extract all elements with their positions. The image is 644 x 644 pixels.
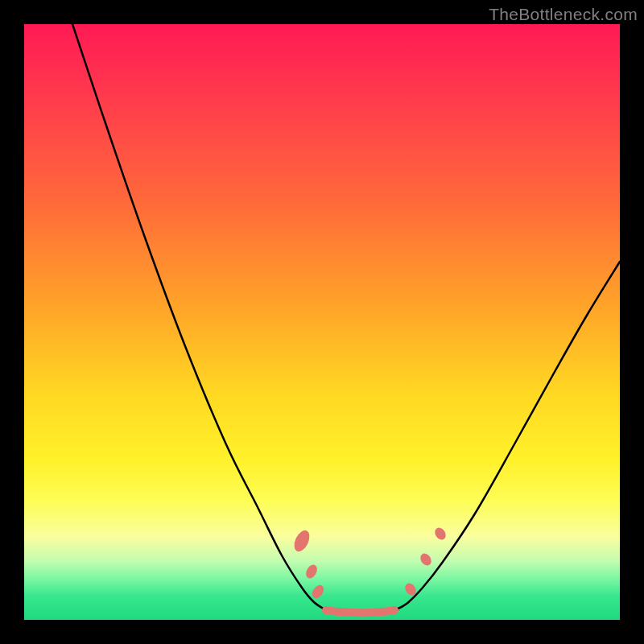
marker-dot xyxy=(310,583,326,601)
valley-flat xyxy=(326,610,394,613)
valley-markers xyxy=(291,526,448,601)
watermark-text: TheBottleneck.com xyxy=(489,5,638,24)
marker-dot xyxy=(432,526,448,542)
marker-dot xyxy=(418,551,433,568)
plot-area xyxy=(24,24,620,620)
chart-frame: TheBottleneck.com xyxy=(0,0,644,644)
left-curve xyxy=(72,24,326,610)
marker-dot xyxy=(303,563,319,580)
chart-svg xyxy=(24,24,620,620)
marker-dot xyxy=(291,528,312,554)
